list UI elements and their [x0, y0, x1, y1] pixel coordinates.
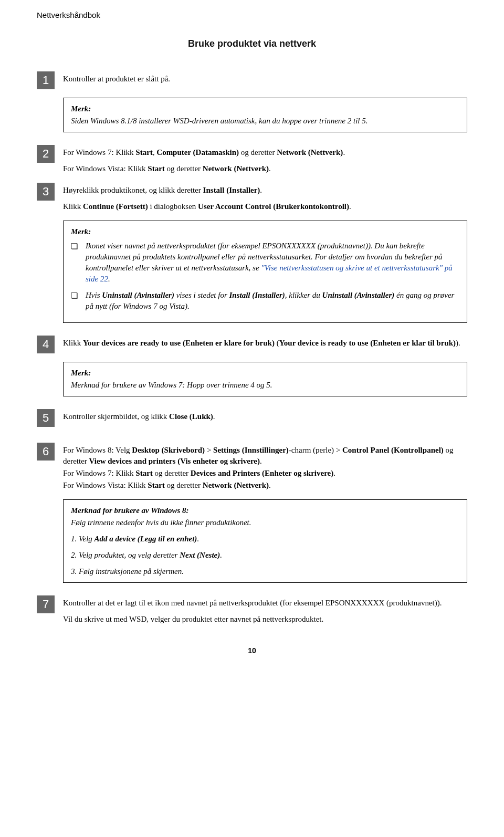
page: Nettverkshåndbok Bruke produktet via net… — [0, 0, 504, 837]
step-number: 2 — [37, 145, 55, 163]
section-title: Bruke produktet via nettverk — [37, 37, 467, 50]
step-text: Vil du skrive ut med WSD, velger du prod… — [63, 614, 467, 625]
step-6: 6 For Windows 8: Velg Desktop (Skrivebor… — [37, 443, 467, 491]
step-number: 4 — [37, 336, 55, 353]
note-text: Følg trinnene nedenfor hvis du ikke finn… — [71, 517, 459, 528]
step-7: 7 Kontroller at det er lagt til et ikon … — [37, 595, 467, 625]
step-4: 4 Klikk Your devices are ready to use (E… — [37, 336, 467, 353]
document-title: Nettverkshåndbok — [37, 9, 467, 20]
note-text: Siden Windows 8.1/8 installerer WSD-driv… — [71, 116, 459, 127]
note-box: Merk: ❏ Ikonet viser navnet på nettverks… — [63, 221, 467, 323]
note-substep: 1. Velg Add a device (Legg til en enhet)… — [71, 533, 459, 545]
step-text: For Windows 7: Klikk Start, Computer (Da… — [63, 147, 467, 158]
step-body: For Windows 7: Klikk Start, Computer (Da… — [63, 145, 467, 174]
step-body: Klikk Your devices are ready to use (Enh… — [63, 336, 467, 349]
step-number: 6 — [37, 443, 55, 461]
bullet-icon: ❏ — [71, 290, 86, 312]
step-number: 5 — [37, 409, 55, 427]
step-2: 2 For Windows 7: Klikk Start, Computer (… — [37, 145, 467, 174]
step-body: For Windows 8: Velg Desktop (Skrivebord)… — [63, 443, 467, 491]
note-box: Merknad for brukere av Windows 8: Følg t… — [63, 499, 467, 583]
note-text: Merknad for brukere av Windows 7: Hopp o… — [71, 380, 459, 391]
note-label: Merk: — [71, 368, 459, 379]
list-item: ❏ Ikonet viser navnet på nettverksproduk… — [71, 240, 459, 285]
note-substep: 2. Velg produktet, og velg deretter Next… — [71, 550, 459, 561]
step-text: Kontroller at produktet er slått på. — [63, 74, 467, 85]
step-number: 1 — [37, 71, 55, 89]
step-text: Kontroller at det er lagt til et ikon me… — [63, 598, 467, 609]
list-item: ❏ Hvis Uninstall (Avinstaller) vises i s… — [71, 290, 459, 312]
step-text: Klikk Your devices are ready to use (Enh… — [63, 338, 467, 349]
note-substep: 3. Følg instruksjonene på skjermen. — [71, 566, 459, 577]
note-box: Merk: Siden Windows 8.1/8 installerer WS… — [63, 98, 467, 132]
step-body: Kontroller at produktet er slått på. — [63, 71, 467, 85]
step-text: Kontroller skjermbildet, og klikk Close … — [63, 411, 467, 422]
step-text: Høyreklikk produktikonet, og klikk deret… — [63, 185, 467, 196]
step-body: Kontroller at det er lagt til et ikon me… — [63, 595, 467, 625]
step-number: 3 — [37, 183, 55, 201]
step-5: 5 Kontroller skjermbildet, og klikk Clos… — [37, 409, 467, 427]
note-label: Merk: — [71, 226, 459, 237]
step-text: For Windows Vista: Klikk Start og derett… — [63, 480, 467, 491]
bullet-text: Hvis Uninstall (Avinstaller) vises i ste… — [86, 290, 459, 312]
step-body: Høyreklikk produktikonet, og klikk deret… — [63, 183, 467, 212]
note-title: Merknad for brukere av Windows 8: — [71, 505, 459, 516]
step-number: 7 — [37, 595, 55, 613]
step-text: For Windows Vista: Klikk Start og derett… — [63, 163, 467, 174]
bullet-icon: ❏ — [71, 240, 86, 285]
step-text: For Windows 8: Velg Desktop (Skrivebord)… — [63, 445, 467, 467]
note-box: Merk: Merknad for brukere av Windows 7: … — [63, 362, 467, 396]
page-number: 10 — [37, 646, 467, 656]
step-1: 1 Kontroller at produktet er slått på. — [37, 71, 467, 89]
step-text: For Windows 7: Klikk Start og deretter D… — [63, 468, 467, 479]
note-label: Merk: — [71, 103, 459, 114]
step-3: 3 Høyreklikk produktikonet, og klikk der… — [37, 183, 467, 212]
note-bullet-list: ❏ Ikonet viser navnet på nettverksproduk… — [71, 240, 459, 312]
step-body: Kontroller skjermbildet, og klikk Close … — [63, 409, 467, 422]
bullet-text: Ikonet viser navnet på nettverksprodukte… — [86, 240, 459, 285]
step-text: Klikk Continue (Fortsett) i dialogboksen… — [63, 201, 467, 212]
